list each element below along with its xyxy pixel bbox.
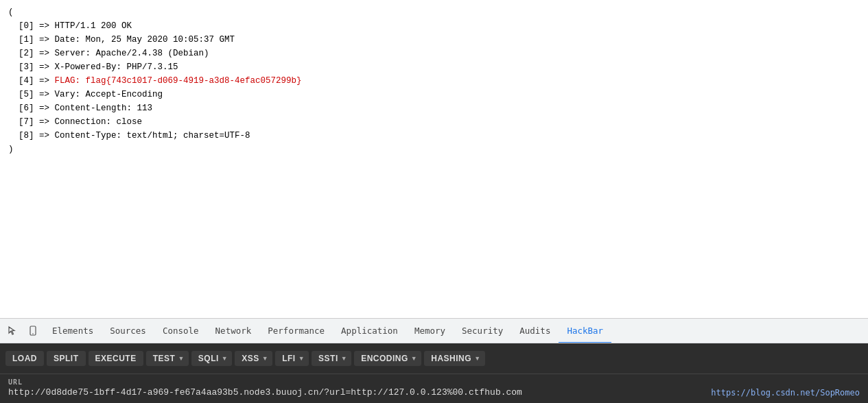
tab-audits[interactable]: Audits [511, 319, 559, 343]
url-label: URL [8, 378, 860, 386]
code-line: ) [8, 143, 860, 156]
devtools-panel: ElementsSourcesConsoleNetworkPerformance… [0, 318, 868, 403]
chevron-down-icon: ▼ [341, 355, 347, 362]
chevron-down-icon: ▼ [222, 355, 228, 362]
hackbar-btn-xss[interactable]: XSS ▼ [235, 351, 272, 366]
tab-bar: ElementsSourcesConsoleNetworkPerformance… [0, 319, 868, 343]
hackbar-btn-encoding[interactable]: ENCODING ▼ [354, 351, 421, 366]
hackbar-toolbar: LOADSPLITEXECUTETEST ▼SQLI ▼XSS ▼LFI ▼SS… [0, 343, 868, 374]
chevron-down-icon: ▼ [298, 355, 305, 362]
chevron-down-icon: ▼ [411, 355, 417, 362]
code-line: [3] => X-Powered-By: PHP/7.3.15 [8, 60, 860, 74]
tab-security[interactable]: Security [454, 319, 511, 343]
hackbar-btn-execute[interactable]: EXECUTE [89, 351, 143, 366]
tab-sources[interactable]: Sources [102, 319, 154, 343]
url-value[interactable]: http://0d8dde75-1bff-4d17-a969-fe67a4aa9… [8, 387, 522, 398]
tab-elements[interactable]: Elements [44, 319, 102, 343]
code-line: [0] => HTTP/1.1 200 OK [8, 19, 860, 33]
chevron-down-icon: ▼ [474, 355, 480, 362]
chevron-down-icon: ▼ [178, 355, 184, 362]
url-bar-row: http://0d8dde75-1bff-4d17-a969-fe67a4aa9… [8, 387, 860, 398]
tab-network[interactable]: Network [207, 319, 260, 343]
code-line: [2] => Server: Apache/2.4.38 (Debian) [8, 47, 860, 60]
code-line: [8] => Content-Type: text/html; charset=… [8, 129, 860, 143]
device-icon[interactable] [23, 321, 43, 341]
hackbar-btn-hashing[interactable]: HASHING ▼ [424, 351, 484, 366]
hackbar-btn-split[interactable]: SPLIT [47, 351, 86, 366]
tab-hackbar[interactable]: HackBar [559, 319, 611, 343]
code-line: ( [8, 5, 860, 19]
tab-memory[interactable]: Memory [406, 319, 454, 343]
tab-performance[interactable]: Performance [259, 319, 333, 343]
code-line: [1] => Date: Mon, 25 May 2020 10:05:37 G… [8, 33, 860, 47]
hackbar-btn-load[interactable]: LOAD [5, 351, 44, 366]
hackbar-btn-lfi[interactable]: LFI ▼ [275, 351, 309, 366]
hackbar-btn-test[interactable]: TEST ▼ [146, 351, 189, 366]
code-line: [5] => Vary: Accept-Encoding [8, 88, 860, 101]
code-line: [6] => Content-Length: 113 [8, 101, 860, 115]
svg-point-1 [32, 333, 34, 334]
code-line: [7] => Connection: close [8, 115, 860, 129]
hackbar-btn-sqli[interactable]: SQLI ▼ [191, 351, 232, 366]
tab-application[interactable]: Application [333, 319, 406, 343]
tab-console[interactable]: Console [154, 319, 207, 343]
inspect-icon[interactable] [3, 321, 22, 341]
code-line: [4] => FLAG: flag{743c1017-d069-4919-a3d… [8, 74, 860, 88]
blog-link[interactable]: https://blog.csdn.net/SopRomeo [711, 388, 860, 398]
url-bar: URL http://0d8dde75-1bff-4d17-a969-fe67a… [0, 374, 868, 403]
chevron-down-icon: ▼ [262, 355, 268, 362]
hackbar-btn-ssti[interactable]: SSTI ▼ [312, 351, 351, 366]
main-content: ( [0] => HTTP/1.1 200 OK [1] => Date: Mo… [0, 0, 868, 318]
